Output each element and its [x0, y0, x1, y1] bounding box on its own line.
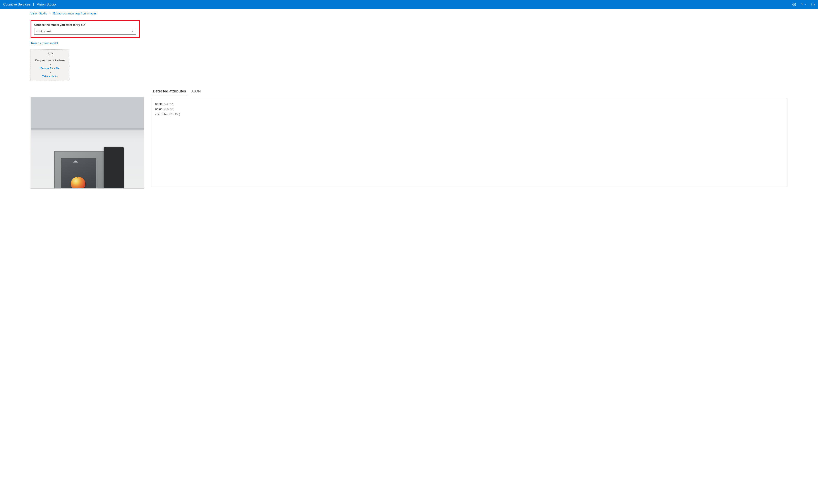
result-row-0: apple (94.0%) [155, 101, 784, 107]
image-column [31, 97, 144, 189]
header-title-group: Cognitive Services | Vision Studio [3, 3, 56, 6]
model-dropdown-value: contosotest [36, 30, 51, 33]
model-select-label: Choose the model you want to try out [34, 23, 136, 26]
chevron-down-icon [805, 3, 807, 6]
dropzone-or-1: or [32, 63, 68, 67]
app-label: Vision Studio [37, 3, 56, 6]
results-row: Detected attributes JSON apple (94.0%) o… [31, 88, 787, 189]
brand-label: Cognitive Services [3, 3, 30, 6]
breadcrumb: Vision Studio Extract common tags from i… [31, 12, 787, 15]
model-dropdown[interactable]: contosotest [34, 28, 136, 35]
chevron-down-icon [131, 30, 134, 33]
result-row-2: cucumber (2.41%) [155, 112, 784, 117]
browse-file-link[interactable]: Browse for a file [32, 66, 68, 70]
results-column: Detected attributes JSON apple (94.0%) o… [151, 88, 787, 187]
model-select-panel: Choose the model you want to try out con… [31, 20, 140, 38]
svg-point-0 [794, 4, 795, 5]
help-dropdown[interactable] [800, 3, 807, 6]
header-actions [792, 3, 815, 6]
dropzone-or-2: or [32, 70, 68, 75]
results-panel: apple (94.0%) onion (3.58%) cucumber (2.… [151, 98, 787, 187]
breadcrumb-root[interactable]: Vision Studio [31, 12, 47, 15]
feedback-icon[interactable] [811, 3, 815, 6]
result-name: apple [155, 102, 163, 105]
chevron-right-icon [49, 12, 51, 15]
result-name: cucumber [155, 112, 168, 116]
train-model-link[interactable]: Train a custom model [31, 42, 58, 45]
upload-icon [46, 52, 54, 58]
svg-point-2 [811, 3, 815, 6]
result-confidence: (2.41%) [169, 112, 180, 116]
result-confidence: (94.0%) [163, 102, 174, 105]
take-photo-link[interactable]: Take a photo [32, 74, 68, 78]
result-tabs: Detected attributes JSON [151, 88, 787, 95]
app-header: Cognitive Services | Vision Studio [0, 0, 818, 9]
result-row-1: onion (3.58%) [155, 106, 784, 112]
result-name: onion [155, 107, 163, 111]
dropzone-text-line1: Drag and drop a file here [32, 58, 68, 63]
result-confidence: (3.58%) [163, 107, 174, 111]
input-image-preview[interactable] [31, 97, 144, 189]
preview-illustration [31, 97, 144, 189]
svg-point-1 [802, 5, 802, 5]
breadcrumb-current[interactable]: Extract common tags from images [53, 12, 96, 15]
settings-icon[interactable] [792, 3, 796, 6]
file-dropzone[interactable]: Drag and drop a file here or Browse for … [31, 49, 69, 81]
header-divider: | [33, 3, 34, 6]
tab-detected-attributes[interactable]: Detected attributes [153, 88, 186, 95]
tab-json[interactable]: JSON [191, 88, 201, 95]
page-content: Vision Studio Extract common tags from i… [0, 9, 818, 189]
